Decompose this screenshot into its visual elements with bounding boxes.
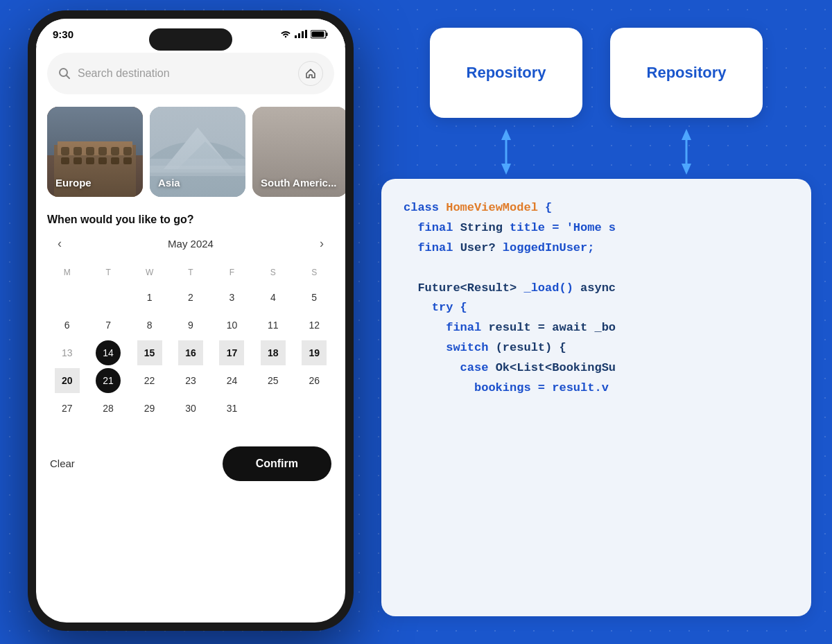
day-header-s2: S [295, 265, 334, 283]
asia-card[interactable]: Asia [150, 107, 245, 197]
cal-day-31[interactable]: 31 [219, 396, 244, 421]
phone-mockup: 9:30 [28, 10, 361, 634]
cal-day-2[interactable]: 2 [178, 285, 203, 310]
cal-day-8[interactable]: 8 [137, 313, 162, 338]
cal-day-28[interactable]: 28 [96, 396, 121, 421]
south-america-card[interactable]: South Americ... [252, 107, 345, 197]
cal-day-empty2 [96, 285, 121, 310]
cal-day-empty7 [302, 396, 327, 421]
cal-day-23[interactable]: 23 [178, 368, 203, 393]
prev-month-button[interactable]: ‹ [50, 234, 69, 254]
svg-line-8 [67, 75, 70, 78]
search-placeholder: Search destination [78, 67, 170, 80]
kw-case: case [404, 361, 496, 374]
cal-day-9[interactable]: 9 [178, 313, 203, 338]
south-america-label: South Americ... [261, 177, 336, 189]
cal-day-26[interactable]: 26 [302, 368, 327, 393]
code-line-3: final User? loggedInUser; [404, 238, 789, 259]
cal-day-22[interactable]: 22 [137, 368, 162, 393]
asia-label: Asia [158, 177, 180, 189]
cal-day-17[interactable]: 17 [219, 340, 244, 365]
home-icon-button[interactable] [298, 61, 323, 86]
svg-rect-2 [302, 31, 304, 38]
calendar-month-year: May 2024 [168, 238, 214, 250]
calendar-nav: ‹ May 2024 › [47, 234, 334, 254]
svg-rect-5 [326, 33, 328, 36]
svg-marker-36 [501, 129, 511, 140]
cal-day-14[interactable]: 14 [96, 340, 121, 365]
day-header-t1: T [88, 265, 128, 283]
kw-final1: final [404, 221, 460, 234]
cal-day-18[interactable]: 18 [261, 340, 286, 365]
clear-button[interactable]: Clear [50, 458, 75, 469]
code-text-2: loggedInUser; [503, 241, 595, 254]
code-line-2: final String title = 'Home s [404, 218, 789, 238]
cal-day-6[interactable]: 6 [55, 313, 80, 338]
cal-day-19[interactable]: 19 [302, 340, 327, 365]
cal-day-10[interactable]: 10 [219, 313, 244, 338]
code-line-4 [404, 259, 789, 279]
svg-rect-1 [298, 33, 300, 38]
svg-rect-6 [312, 31, 324, 37]
europe-label: Europe [55, 177, 92, 189]
repository-card-2: Repository [610, 28, 763, 118]
search-left: Search destination [58, 67, 170, 80]
next-month-button[interactable]: › [312, 234, 331, 254]
cal-day-21[interactable]: 21 [96, 368, 121, 393]
repositories-row: Repository Repository [381, 28, 811, 118]
cal-day-12[interactable]: 12 [302, 313, 327, 338]
cal-day-29[interactable]: 29 [137, 396, 162, 421]
calendar-title: When would you like to go? [47, 214, 334, 226]
status-time: 9:30 [53, 28, 73, 40]
cal-day-empty6 [261, 396, 286, 421]
cal-day-1[interactable]: 1 [137, 285, 162, 310]
kw-try: try { [404, 301, 467, 314]
code-case-type: Ok<List<BookingSu [496, 361, 616, 374]
calendar-section: When would you like to go? ‹ May 2024 › … [36, 202, 345, 427]
day-header-w: W [130, 265, 169, 283]
cal-day-15[interactable]: 15 [137, 340, 162, 365]
day-header-t2: T [171, 265, 210, 283]
cal-day-5[interactable]: 5 [302, 285, 327, 310]
dynamic-island [149, 28, 232, 51]
cal-day-20[interactable]: 20 [55, 368, 80, 393]
architecture-panel: Repository Repository class [361, 0, 832, 644]
wifi-icon [280, 30, 291, 38]
code-line-7: final result = await _bo [404, 318, 789, 338]
repo1-label: Repository [467, 64, 546, 82]
code-line-6: try { [404, 298, 789, 318]
cal-day-7[interactable]: 7 [96, 313, 121, 338]
kw-final3: final [404, 321, 488, 334]
code-line-9: case Ok<List<BookingSu [404, 358, 789, 378]
europe-card[interactable]: Europe [47, 107, 143, 197]
calendar-grid: M T W T F S S 1 2 3 4 5 6 [47, 265, 334, 421]
code-line-5: Future<Result> _load() async [404, 279, 789, 299]
cal-day-11[interactable]: 11 [261, 313, 286, 338]
type-user: User? [460, 241, 503, 254]
code-bookings: bookings = result.v [404, 381, 609, 394]
cal-day-25[interactable]: 25 [261, 368, 286, 393]
kw-async: async [580, 281, 616, 295]
cal-day-16[interactable]: 16 [178, 340, 203, 365]
cal-day-3[interactable]: 3 [219, 285, 244, 310]
code-result: result = await _bo [488, 321, 616, 334]
method-load: _load() [523, 281, 580, 295]
cal-day-4[interactable]: 4 [261, 285, 286, 310]
cal-day-30[interactable]: 30 [178, 396, 203, 421]
kw-final2: final [404, 241, 460, 254]
svg-marker-37 [501, 164, 511, 175]
bottom-actions: Clear Confirm [36, 433, 345, 498]
brace-open: { [545, 201, 552, 214]
cal-day-13[interactable]: 13 [55, 340, 80, 365]
search-bar[interactable]: Search destination [47, 53, 334, 94]
bidirectional-arrow-1 [492, 128, 520, 176]
cal-day-24[interactable]: 24 [219, 368, 244, 393]
confirm-button[interactable]: Confirm [223, 446, 331, 481]
day-header-s1: S [253, 265, 293, 283]
svg-marker-39 [682, 129, 691, 140]
status-bar: 9:30 [36, 19, 345, 46]
repo2-label: Repository [647, 64, 727, 82]
status-icons [280, 30, 329, 39]
class-name: HomeViewModel [446, 201, 545, 214]
cal-day-27[interactable]: 27 [55, 396, 80, 421]
